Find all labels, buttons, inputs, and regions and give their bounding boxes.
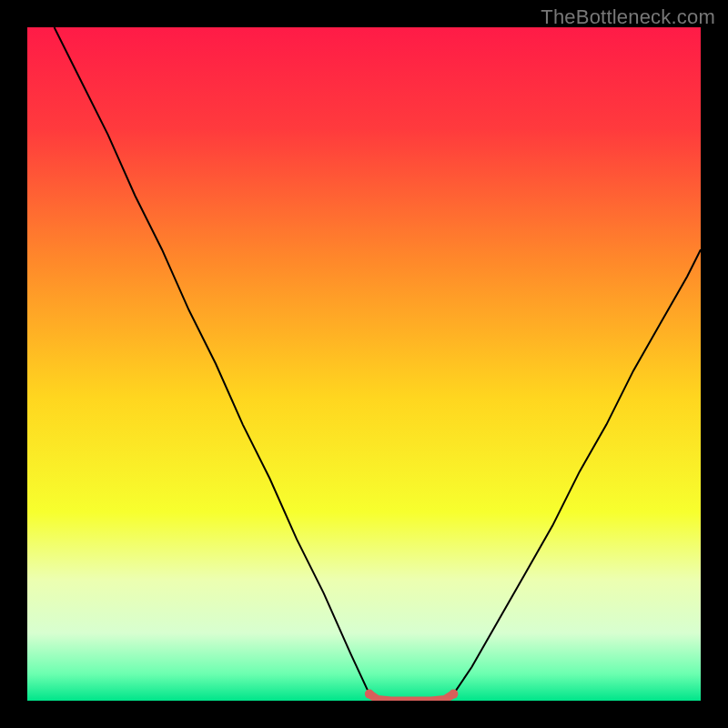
curve-left	[55, 27, 369, 694]
watermark-text: TheBottleneck.com	[541, 5, 715, 29]
flat-bottom-line	[369, 694, 454, 701]
curve-layer	[27, 27, 701, 701]
plot-area	[27, 27, 701, 701]
flat-bottom-cap-right	[449, 690, 458, 699]
curve-right	[453, 249, 701, 693]
chart-frame: TheBottleneck.com	[0, 0, 728, 728]
flat-bottom-cap-left	[365, 690, 374, 699]
